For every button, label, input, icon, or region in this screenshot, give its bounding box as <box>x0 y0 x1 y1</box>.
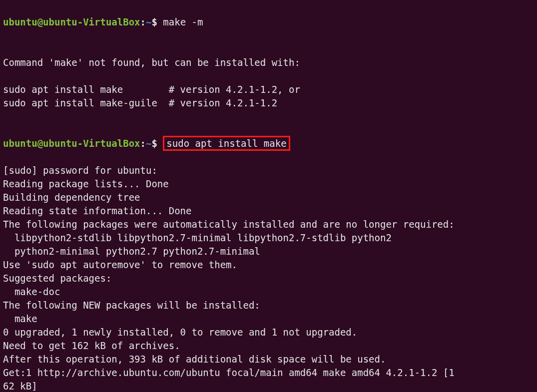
terminal-output-line: Reading state information... Done <box>3 204 534 218</box>
prompt-colon: : <box>140 138 146 149</box>
terminal-output-line: The following packages were automaticall… <box>3 218 534 231</box>
terminal-output-line: libpython2-stdlib libpython2.7-minimal l… <box>3 231 534 245</box>
terminal-output-line: Building dependency tree <box>3 191 534 204</box>
prompt-line-1: ubuntu@ubuntu-VirtualBox:~$ make -m <box>3 15 534 29</box>
terminal-output-line: [sudo] password for ubuntu: <box>3 164 534 177</box>
terminal-output-line: sudo apt install make # version 4.2.1-1.… <box>3 83 534 96</box>
command-2: sudo apt install make <box>166 138 286 149</box>
command-text-1 <box>157 16 163 27</box>
terminal-output-line: The following NEW packages will be insta… <box>3 299 534 312</box>
terminal-output-line: After this operation, 393 kB of addition… <box>3 353 534 366</box>
prompt-user-host: ubuntu@ubuntu-VirtualBox <box>3 16 140 27</box>
terminal-output-line: sudo apt install make-guile # version 4.… <box>3 96 534 110</box>
terminal-output-line: Reading package lists... Done <box>3 177 534 191</box>
terminal-output-line: Command 'make' not found, but can be ins… <box>3 56 534 69</box>
prompt-line-2: ubuntu@ubuntu-VirtualBox:~$ sudo apt ins… <box>3 137 534 150</box>
terminal-output-line <box>3 42 534 56</box>
terminal-output-line: python2-minimal python2.7 python2.7-mini… <box>3 245 534 258</box>
terminal-output-line <box>3 110 534 123</box>
highlighted-command: sudo apt install make <box>163 136 290 151</box>
terminal-output-line: Suggested packages: <box>3 272 534 285</box>
terminal-output-line <box>3 69 534 83</box>
terminal-output-line: make-doc <box>3 285 534 299</box>
terminal-window[interactable]: ubuntu@ubuntu-VirtualBox:~$ make -m Comm… <box>0 0 537 392</box>
prompt-path: ~ <box>146 16 151 27</box>
prompt-path: ~ <box>146 138 151 149</box>
terminal-output-line: 62 kB] <box>3 380 534 392</box>
prompt-user-host: ubuntu@ubuntu-VirtualBox <box>3 138 140 149</box>
prompt-colon: : <box>140 16 146 27</box>
terminal-output-line: make <box>3 312 534 326</box>
command-1: make -m <box>163 16 203 27</box>
terminal-output-line: Get:1 http://archive.ubuntu.com/ubuntu f… <box>3 366 534 380</box>
terminal-output-line: Need to get 162 kB of archives. <box>3 339 534 353</box>
prompt-dollar: $ <box>151 16 157 27</box>
terminal-output-line: 0 upgraded, 1 newly installed, 0 to remo… <box>3 326 534 339</box>
prompt-dollar: $ <box>151 138 157 149</box>
terminal-output-line: Use 'sudo apt autoremove' to remove them… <box>3 258 534 272</box>
